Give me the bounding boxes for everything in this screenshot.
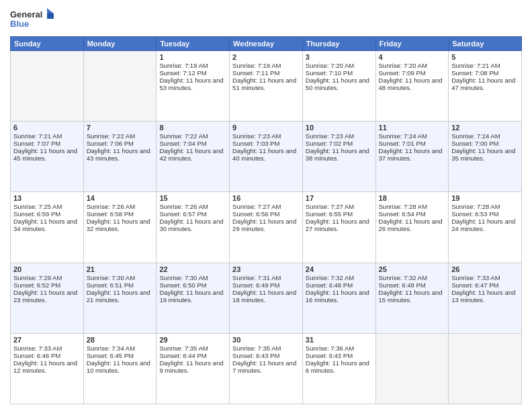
day-number: 31 [306,336,373,344]
day-info: Daylight: 11 hours and 18 minutes. [232,289,300,304]
day-number: 7 [87,124,154,132]
day-number: 21 [87,265,154,273]
day-info: Sunrise: 7:34 AM [87,345,154,352]
day-info: Sunset: 7:03 PM [232,140,300,147]
week-row-1: 6Sunrise: 7:21 AMSunset: 7:07 PMDaylight… [11,122,522,192]
day-number: 1 [159,53,226,61]
day-info: Sunrise: 7:26 AM [159,203,226,210]
day-info: Sunset: 6:54 PM [379,210,446,218]
day-info: Daylight: 11 hours and 37 minutes. [379,147,446,162]
day-info: Daylight: 11 hours and 40 minutes. [232,147,300,162]
day-number: 9 [232,124,300,132]
day-number: 20 [13,265,81,273]
day-number: 11 [379,124,446,132]
day-info: Daylight: 11 hours and 7 minutes. [232,359,300,374]
logo-svg: GeneralBlue [10,7,57,31]
day-info: Sunset: 7:02 PM [306,140,373,147]
calendar-cell: 3Sunrise: 7:20 AMSunset: 7:10 PMDaylight… [302,51,375,122]
day-info: Sunset: 6:45 PM [87,352,154,359]
days-header-row: SundayMondayTuesdayWednesdayThursdayFrid… [11,37,522,51]
day-number: 3 [306,53,373,61]
day-info: Daylight: 11 hours and 26 minutes. [379,218,446,232]
day-number: 19 [451,194,519,202]
day-number: 8 [159,124,226,132]
day-number: 28 [87,336,154,344]
day-info: Sunset: 7:10 PM [306,69,373,77]
logo: GeneralBlue [10,7,57,31]
calendar-cell: 1Sunrise: 7:19 AMSunset: 7:12 PMDaylight… [157,51,230,122]
week-row-4: 27Sunrise: 7:33 AMSunset: 6:46 PMDayligh… [11,333,522,404]
day-info: Sunset: 6:43 PM [306,352,373,359]
day-info: Daylight: 11 hours and 29 minutes. [232,218,300,232]
day-header-sunday: Sunday [11,37,84,51]
calendar-cell: 24Sunrise: 7:32 AMSunset: 6:48 PMDayligh… [302,263,375,333]
day-info: Sunrise: 7:19 AM [232,62,300,69]
day-number: 30 [232,336,300,344]
day-info: Daylight: 11 hours and 32 minutes. [87,218,154,232]
day-number: 4 [379,53,446,61]
day-info: Daylight: 11 hours and 21 minutes. [87,289,154,304]
svg-text:General: General [10,9,42,19]
day-info: Sunrise: 7:26 AM [87,203,154,210]
calendar-cell: 25Sunrise: 7:32 AMSunset: 6:48 PMDayligh… [375,263,449,333]
calendar-cell: 5Sunrise: 7:21 AMSunset: 7:08 PMDaylight… [449,51,522,122]
calendar-cell: 15Sunrise: 7:26 AMSunset: 6:57 PMDayligh… [157,192,230,263]
day-info: Sunset: 7:06 PM [87,140,154,147]
calendar-cell: 11Sunrise: 7:24 AMSunset: 7:01 PMDayligh… [375,122,449,192]
day-info: Sunrise: 7:30 AM [159,274,226,281]
day-info: Sunset: 6:59 PM [13,210,81,218]
day-number: 14 [87,194,154,202]
day-info: Sunset: 7:09 PM [379,69,446,77]
day-info: Sunrise: 7:20 AM [306,62,373,69]
day-info: Daylight: 11 hours and 9 minutes. [159,359,226,374]
day-info: Sunrise: 7:23 AM [306,132,373,140]
calendar-cell [375,333,449,404]
day-info: Sunrise: 7:35 AM [232,345,300,352]
day-number: 5 [451,53,519,61]
day-info: Sunset: 6:44 PM [159,352,226,359]
day-info: Sunrise: 7:32 AM [379,274,446,281]
day-info: Sunset: 6:52 PM [13,281,81,289]
calendar-cell: 17Sunrise: 7:27 AMSunset: 6:55 PMDayligh… [302,192,375,263]
day-info: Sunrise: 7:32 AM [306,274,373,281]
day-info: Sunrise: 7:24 AM [379,132,446,140]
day-info: Sunset: 6:46 PM [13,352,81,359]
calendar-cell: 22Sunrise: 7:30 AMSunset: 6:50 PMDayligh… [157,263,230,333]
day-info: Sunset: 6:48 PM [306,281,373,289]
calendar-cell: 21Sunrise: 7:30 AMSunset: 6:51 PMDayligh… [83,263,157,333]
day-info: Daylight: 11 hours and 19 minutes. [159,289,226,304]
day-info: Daylight: 11 hours and 23 minutes. [13,289,81,304]
day-info: Sunrise: 7:19 AM [159,62,226,69]
day-info: Daylight: 11 hours and 43 minutes. [87,147,154,162]
day-info: Sunrise: 7:33 AM [451,274,519,281]
day-number: 2 [232,53,300,61]
calendar-cell [83,51,157,122]
day-number: 17 [306,194,373,202]
day-info: Sunset: 6:43 PM [232,352,300,359]
day-info: Sunset: 6:47 PM [451,281,519,289]
week-row-2: 13Sunrise: 7:25 AMSunset: 6:59 PMDayligh… [11,192,522,263]
day-info: Sunrise: 7:27 AM [232,203,300,210]
svg-marker-3 [47,13,54,19]
calendar-cell [449,333,522,404]
page: GeneralBlue SundayMondayTuesdayWednesday… [0,0,532,411]
day-info: Sunset: 7:12 PM [159,69,226,77]
calendar-cell: 27Sunrise: 7:33 AMSunset: 6:46 PMDayligh… [11,333,84,404]
day-info: Sunrise: 7:31 AM [232,274,300,281]
calendar-cell: 19Sunrise: 7:28 AMSunset: 6:53 PMDayligh… [449,192,522,263]
day-info: Daylight: 11 hours and 35 minutes. [451,147,519,162]
day-info: Daylight: 11 hours and 38 minutes. [306,147,373,162]
day-info: Sunrise: 7:27 AM [306,203,373,210]
day-info: Daylight: 11 hours and 51 minutes. [232,77,300,91]
day-info: Sunrise: 7:35 AM [159,345,226,352]
calendar-cell: 23Sunrise: 7:31 AMSunset: 6:49 PMDayligh… [230,263,303,333]
day-info: Sunset: 7:00 PM [451,140,519,147]
calendar-cell: 16Sunrise: 7:27 AMSunset: 6:56 PMDayligh… [230,192,303,263]
calendar-cell: 14Sunrise: 7:26 AMSunset: 6:58 PMDayligh… [83,192,157,263]
day-number: 15 [159,194,226,202]
calendar-cell [11,51,84,122]
day-info: Sunset: 6:50 PM [159,281,226,289]
day-info: Sunrise: 7:23 AM [232,132,300,140]
day-info: Daylight: 11 hours and 10 minutes. [87,359,154,374]
day-info: Daylight: 11 hours and 34 minutes. [13,218,81,232]
